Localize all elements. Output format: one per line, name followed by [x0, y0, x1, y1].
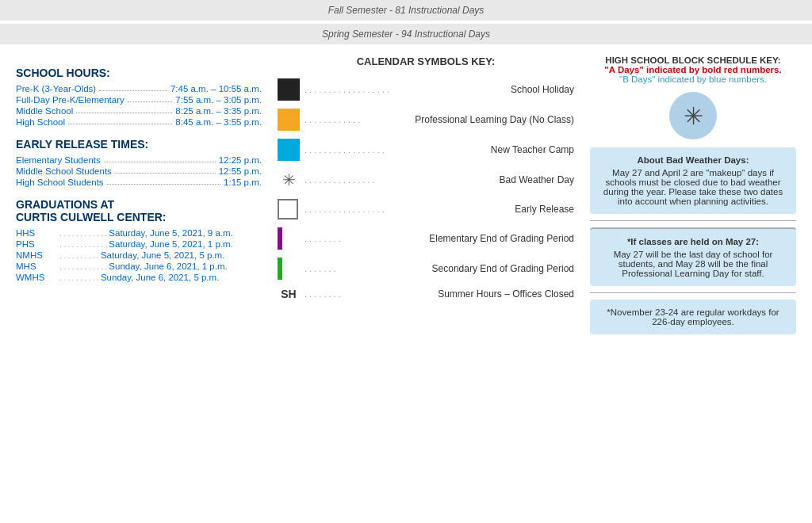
early-release-elem: Elementary Students 12:25 p.m. [16, 155, 262, 165]
school-holiday-label: School Holiday [511, 84, 574, 95]
school-hours-title: SCHOOL HOURS: [16, 67, 262, 79]
dot-line [128, 95, 173, 102]
symbol-early-release: . . . . . . . . . . . . . . . . . Early … [278, 199, 574, 220]
middle-label: Middle School [16, 106, 73, 116]
dots: .......... [59, 273, 101, 282]
elem-value: 7:55 a.m. – 3:05 p.m. [175, 95, 262, 105]
school-hours-row-high: High School 8:45 a.m. – 3:55 p.m. [16, 117, 262, 127]
november-text: *November 23-24 are regular workdays for… [599, 307, 787, 326]
school-hours-row-middle: Middle School 8:25 a.m. – 3:35 p.m. [16, 106, 262, 116]
dots: . . . . . . . . . . . . . . . . . [304, 204, 510, 214]
elem-label: Full-Day Pre-K/Elementary [16, 95, 124, 105]
high-value: 8:45 a.m. – 3:55 p.m. [175, 117, 262, 127]
block-schedule-key: HIGH SCHOOL BLOCK SCHEDULE KEY: "A Days"… [590, 55, 796, 84]
graduation-list: HHS ............ Saturday, June 5, 2021,… [16, 228, 262, 282]
dots: .......... [59, 250, 101, 260]
school-hours-list: Pre-K (3-Year-Olds) 7:45 a.m. – 10:55 a.… [16, 84, 262, 127]
grad-mhs: MHS ............ Sunday, June 6, 2021, 1… [16, 262, 262, 271]
may27-title: *If classes are held on May 27: [599, 237, 787, 246]
grad-nmhs-school: NMHS [16, 250, 59, 260]
middle-value: 8:25 a.m. – 3:35 p.m. [175, 106, 262, 116]
fall-semester-banner: Fall Semester - 81 Instructional Days [0, 0, 812, 21]
snowflake-circle-icon: ✳ [669, 92, 717, 139]
er-middle-value: 12:55 p.m. [219, 166, 262, 176]
elementary-grading-icon [278, 227, 282, 250]
school-hours-row-prek: Pre-K (3-Year-Olds) 7:45 a.m. – 10:55 a.… [16, 84, 262, 94]
dots: ............ [59, 239, 109, 249]
grad-wmhs-date: Sunday, June 6, 2021, 5 p.m. [101, 273, 219, 282]
early-release-icon [278, 199, 298, 220]
bad-weather-box-title: About Bad Weather Days: [599, 155, 787, 165]
secondary-grading-icon [278, 258, 282, 280]
symbol-new-teacher-camp: . . . . . . . . . . . . . . . . . New Te… [278, 139, 574, 161]
block-schedule-title: HIGH SCHOOL BLOCK SCHEDULE KEY: [590, 55, 796, 65]
bad-weather-box: About Bad Weather Days: May 27 and April… [590, 147, 796, 214]
grad-hhs-date: Saturday, June 5, 2021, 9 a.m. [109, 228, 232, 238]
er-middle-label: Middle School Students [16, 166, 112, 176]
dot-line [104, 155, 216, 162]
symbol-elem-grading: . . . . . . . . Elementary End of Gradin… [278, 227, 574, 250]
dots: . . . . . . . [304, 264, 427, 273]
b-days-label: "B Days" indicated by blue numbers. [590, 74, 796, 84]
dot-line [115, 166, 216, 174]
grad-mhs-date: Sunday, June 6, 2021, 1 p.m. [109, 262, 227, 271]
grad-wmhs: WMHS .......... Sunday, June 6, 2021, 5 … [16, 273, 262, 282]
new-teacher-camp-label: New Teacher Camp [491, 144, 574, 155]
dot-line [107, 178, 220, 185]
summer-hours-label: Summer Hours – Offices Closed [438, 288, 574, 300]
dot-line [68, 117, 172, 124]
symbol-professional-learning: . . . . . . . . . . . . Professional Lea… [278, 109, 574, 131]
bad-weather-label: Bad Weather Day [500, 174, 575, 185]
grad-phs-school: PHS [16, 239, 59, 249]
grad-nmhs-date: Saturday, June 5, 2021, 5 p.m. [101, 250, 224, 260]
er-high-label: High School Students [16, 178, 104, 187]
grad-wmhs-school: WMHS [16, 273, 59, 282]
symbol-summer-hours: SH . . . . . . . . Summer Hours – Office… [278, 288, 574, 300]
dots: ............ [59, 262, 109, 271]
dot-line [76, 106, 172, 113]
new-teacher-camp-icon [278, 139, 300, 161]
er-elem-value: 12:25 p.m. [219, 155, 262, 165]
spring-semester-banner: Spring Semester - 94 Instructional Days [0, 24, 812, 44]
er-elem-label: Elementary Students [16, 155, 101, 165]
elementary-grading-label: Elementary End of Grading Period [429, 233, 574, 244]
november-box: *November 23-24 are regular workdays for… [590, 300, 796, 334]
er-high-value: 1:15 p.m. [224, 178, 262, 187]
school-hours-row-elementary: Full-Day Pre-K/Elementary 7:55 a.m. – 3:… [16, 95, 262, 105]
dots: . . . . . . . . [304, 289, 433, 299]
a-days-label: "A Days" indicated by bold red numbers. [590, 65, 796, 74]
symbol-secondary-grading: . . . . . . . Secondary End of Grading P… [278, 258, 574, 280]
may27-text: May 27 will be the last day of school fo… [599, 250, 787, 278]
right-column: HIGH SCHOOL BLOCK SCHEDULE KEY: "A Days"… [590, 55, 796, 334]
may27-box: *If classes are held on May 27: May 27 w… [590, 227, 796, 286]
dots: . . . . . . . . [304, 234, 424, 243]
graduation-title: GRADUATIONS ATCURTIS CULWELL CENTER: [16, 198, 262, 223]
professional-learning-icon [278, 109, 300, 131]
grad-phs-date: Saturday, June 5, 2021, 1 p.m. [109, 239, 232, 249]
dots: . . . . . . . . . . . . [304, 115, 410, 124]
high-label: High School [16, 117, 65, 127]
dots: . . . . . . . . . . . . . . . . . [304, 145, 486, 155]
symbol-school-holiday: . . . . . . . . . . . . . . . . . . Scho… [278, 78, 574, 101]
dots: . . . . . . . . . . . . . . . . . . [304, 85, 506, 94]
early-release-middle: Middle School Students 12:55 p.m. [16, 166, 262, 176]
grad-phs: PHS ............ Saturday, June 5, 2021,… [16, 239, 262, 249]
summer-hours-icon: SH [278, 288, 300, 300]
calendar-symbols-title: CALENDAR SYMBOLS KEY: [278, 55, 574, 67]
professional-learning-label: Professional Learning Day (No Class) [415, 114, 574, 125]
secondary-grading-label: Secondary End of Grading Period [432, 263, 574, 274]
early-release-title: EARLY RELEASE TIMES: [16, 138, 262, 151]
prek-label: Pre-K (3-Year-Olds) [16, 84, 96, 94]
symbol-bad-weather: ✳ . . . . . . . . . . . . . . . Bad Weat… [278, 169, 574, 191]
dots: . . . . . . . . . . . . . . . [304, 175, 495, 185]
prek-value: 7:45 a.m. – 10:55 a.m. [170, 84, 262, 94]
bad-weather-icon: ✳ [278, 169, 300, 191]
early-release-list: Elementary Students 12:25 p.m. Middle Sc… [16, 155, 262, 187]
school-holiday-icon [278, 78, 300, 101]
grad-hhs-school: HHS [16, 228, 59, 238]
dots: ............ [59, 228, 109, 238]
grad-hhs: HHS ............ Saturday, June 5, 2021,… [16, 228, 262, 238]
left-column: SCHOOL HOURS: Pre-K (3-Year-Olds) 7:45 a… [16, 55, 262, 334]
dot-line [99, 84, 167, 91]
bad-weather-box-text: May 27 and April 2 are "makeup" days if … [599, 168, 787, 206]
